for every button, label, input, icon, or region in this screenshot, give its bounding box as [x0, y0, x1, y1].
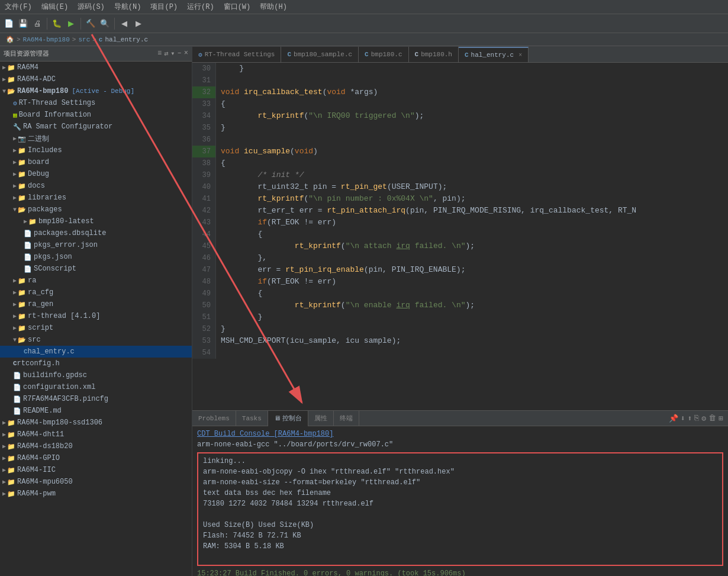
sidebar-item-ra-smart[interactable]: 🔧 RA Smart Configurator	[0, 121, 192, 133]
console-link[interactable]: CDT Build Console [RA6M4-bmp180]	[197, 430, 333, 438]
sidebar-item-bmp180-latest[interactable]: ▶ 📁 bmp180-latest	[0, 215, 192, 227]
sidebar-item-ra6m4-ssd1306[interactable]: ▶ 📁 RA6M4-bmp180-ssd1306	[0, 417, 192, 429]
sidebar-item-binary[interactable]: ▶ 📷 二进制	[0, 133, 192, 144]
tab-rt-thread-settings[interactable]: ⚙ RT-Thread Settings	[192, 47, 281, 62]
expand-arrow[interactable]: ▶	[2, 478, 6, 485]
bottom-tab-properties[interactable]: 属性	[308, 411, 334, 426]
expand-arrow[interactable]: ▶	[2, 490, 6, 497]
sidebar-item-pkgs-json[interactable]: 📄 pkgs.json	[0, 251, 192, 263]
sidebar-item-pkgs-error[interactable]: 📄 pkgs_error.json	[0, 239, 192, 251]
sidebar-item-ra6m4-bmp180[interactable]: ▼ 📂 RA6M4-bmp180 [Active - Debug]	[0, 85, 192, 97]
debug-button[interactable]: 🐛	[50, 17, 63, 30]
tab-bmp180-h[interactable]: C bmp180.h	[409, 47, 459, 62]
sidebar-item-ra[interactable]: ▶ 📁 ra	[0, 275, 192, 287]
sidebar-item-ra6m4-dht11[interactable]: ▶ 📁 RA6M4-dht11	[0, 429, 192, 440]
expand-arrow[interactable]: ▶	[13, 170, 17, 178]
sidebar-item-ra6m4-mpu6050[interactable]: ▶ 📁 RA6M4-mpu6050	[0, 476, 192, 488]
sidebar-item-board[interactable]: ▶ 📁 board	[0, 156, 192, 168]
build-button[interactable]: 🔨	[84, 17, 97, 30]
menu-item-file[interactable]: 文件(F)	[5, 2, 32, 12]
menu-item-project[interactable]: 项目(P)	[150, 2, 178, 12]
sidebar-item-rt-thread-settings[interactable]: ⚙ RT-Thread Settings	[0, 97, 192, 109]
expand-arrow[interactable]: ▶	[2, 466, 6, 474]
sidebar-item-ra-gen[interactable]: ▶ 📁 ra_gen	[0, 298, 192, 310]
menu-item-navigate[interactable]: 导航(N)	[114, 2, 141, 12]
sidebar-item-board-info[interactable]: ▦ Board Information	[0, 109, 192, 121]
breadcrumb-src[interactable]: src	[78, 36, 90, 43]
expand-arrow[interactable]: ▶	[2, 443, 6, 450]
sidebar-item-debug[interactable]: ▶ 📁 Debug	[0, 168, 192, 180]
expand-arrow[interactable]: ▶	[13, 289, 17, 296]
bottom-tab-console[interactable]: 🖥 控制台	[268, 411, 308, 426]
search-button[interactable]: 🔍	[98, 17, 111, 30]
expand-arrow[interactable]: ▶	[13, 301, 17, 308]
expand-arrow[interactable]: ▶	[2, 455, 6, 462]
expand-arrow[interactable]: ▶	[24, 218, 27, 225]
menu-item-window[interactable]: 窗口(W)	[224, 2, 251, 12]
sidebar-item-ra6m4-adc[interactable]: ▶ 📁 RA6M4-ADC	[0, 73, 192, 85]
sidebar-item-ra6m4-ds18b20[interactable]: ▶ 📁 RA6M4-ds18b20	[0, 440, 192, 452]
sidebar-item-r7fa[interactable]: 📄 R7FA6M4AF3CFB.pincfg	[0, 393, 192, 405]
tab-close-icon[interactable]: ×	[518, 52, 522, 59]
back-button[interactable]: ◀	[118, 17, 131, 30]
sidebar-item-rtconfig[interactable]: C rtconfig.h	[0, 358, 192, 369]
expand-arrow[interactable]: ▶	[2, 419, 6, 426]
sidebar-item-hal-entry[interactable]: C hal_entry.c	[0, 346, 192, 358]
bottom-tab-terminal[interactable]: 终端	[334, 411, 359, 426]
sidebar-item-buildinfo[interactable]: 📄 buildinfo.gpdsc	[0, 369, 192, 381]
menu-item-source[interactable]: 源码(S)	[78, 2, 105, 12]
expand-arrow[interactable]: ▶	[13, 194, 17, 201]
sidebar-item-includes[interactable]: ▶ 📁 Includes	[0, 144, 192, 156]
sidebar-item-sconscript[interactable]: 📄 SConscript	[0, 263, 192, 275]
sidebar-item-ra6m4-gpio[interactable]: ▶ 📁 RA6M4-GPIO	[0, 452, 192, 464]
menu-item-edit[interactable]: 编辑(E)	[41, 2, 69, 12]
sidebar-item-src[interactable]: ▼ 📂 src	[0, 334, 192, 346]
menu-item-run[interactable]: 运行(R)	[187, 2, 214, 12]
sidebar-item-ra6m4-pwm[interactable]: ▶ 📁 RA6M4-pwm	[0, 488, 192, 500]
expand-arrow[interactable]: ▶	[13, 182, 17, 189]
copy-icon[interactable]: ⎘	[694, 414, 699, 423]
expand-arrow[interactable]: ▼	[13, 207, 17, 213]
sidebar-item-script[interactable]: ▶ 📁 script	[0, 322, 192, 334]
expand-arrow[interactable]: ▼	[2, 88, 6, 95]
sidebar-minimize-icon[interactable]: –	[178, 49, 182, 58]
sidebar-item-configuration[interactable]: 📄 configuration.xml	[0, 381, 192, 393]
expand-arrow[interactable]: ▶	[13, 147, 17, 154]
expand-arrow[interactable]: ▶	[13, 135, 17, 142]
settings-icon[interactable]: ⚙	[701, 414, 706, 423]
sidebar-sync-icon[interactable]: ⇄	[164, 49, 168, 58]
print-button[interactable]: 🖨	[31, 17, 44, 30]
expand-arrow[interactable]: ▶	[2, 76, 6, 83]
sidebar-item-packages-db[interactable]: 📄 packages.dbsqlite	[0, 227, 192, 239]
bottom-tab-tasks[interactable]: Tasks	[236, 411, 268, 426]
sidebar-close-icon[interactable]: ×	[184, 49, 188, 58]
pin-icon[interactable]: 📌	[669, 414, 678, 423]
sidebar-item-docs[interactable]: ▶ 📁 docs	[0, 180, 192, 192]
breadcrumb-project[interactable]: RA6M4-bmp180	[23, 36, 70, 43]
forward-button[interactable]: ▶	[132, 17, 145, 30]
tab-bmp180-c[interactable]: C bmp180.c	[359, 47, 408, 62]
scroll-down-icon[interactable]: ⬇	[681, 414, 685, 423]
sidebar-item-libraries[interactable]: ▶ 📁 libraries	[0, 192, 192, 204]
expand-arrow[interactable]: ▶	[2, 64, 6, 71]
sidebar-item-ra6m4[interactable]: ▶ 📁 RA6M4	[0, 62, 192, 73]
sidebar-item-ra-cfg[interactable]: ▶ 📁 ra_cfg	[0, 287, 192, 298]
grid-icon[interactable]: ⊞	[719, 414, 723, 423]
sidebar-item-packages[interactable]: ▼ 📂 packages	[0, 204, 192, 215]
code-editor[interactable]: 30 } 31 32 void irq_callback_test(void *…	[192, 63, 728, 410]
expand-arrow[interactable]: ▼	[13, 337, 17, 343]
bottom-tab-problems[interactable]: Problems	[192, 411, 236, 426]
sidebar-item-readme[interactable]: 📄 README.md	[0, 405, 192, 417]
sidebar-item-rt-thread[interactable]: ▶ 📁 rt-thread [4.1.0]	[0, 310, 192, 322]
expand-arrow[interactable]: ▶	[2, 431, 6, 438]
sidebar-item-ra6m4-iic[interactable]: ▶ 📁 RA6M4-IIC	[0, 464, 192, 476]
new-button[interactable]: 📄	[2, 17, 15, 30]
clear-icon[interactable]: 🗑	[708, 414, 716, 423]
tab-hal-entry-c[interactable]: C hal_entry.c ×	[459, 47, 529, 62]
expand-arrow[interactable]: ▶	[13, 159, 17, 166]
tab-bmp180-sample-c[interactable]: C bmp180_sample.c	[281, 47, 359, 62]
save-button[interactable]: 💾	[17, 17, 30, 30]
expand-arrow[interactable]: ▶	[13, 324, 17, 332]
sidebar-collapse-icon[interactable]: ≡	[157, 49, 162, 58]
expand-arrow[interactable]: ▶	[13, 277, 17, 284]
